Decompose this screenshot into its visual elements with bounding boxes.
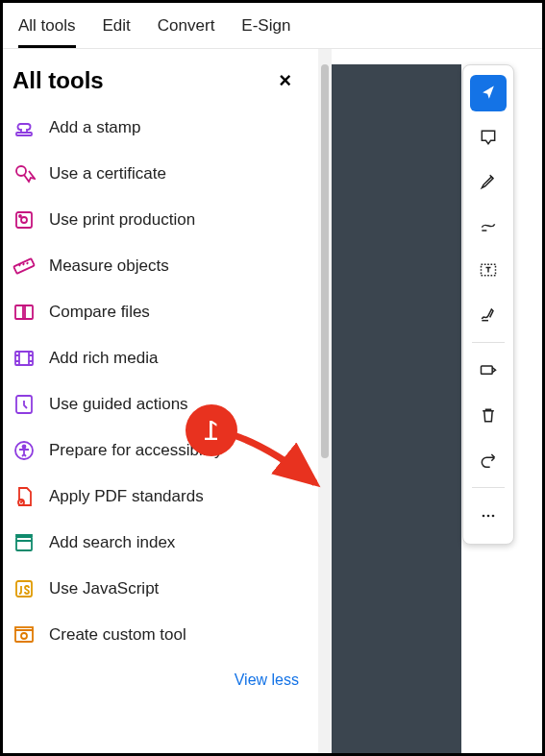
pdf-standards-icon (12, 485, 36, 508)
svg-point-21 (487, 515, 490, 518)
add-text-tool-button[interactable] (470, 252, 507, 288)
undo-tool-button[interactable] (470, 441, 507, 477)
panel-title: All tools (12, 67, 104, 94)
tool-use-certificate[interactable]: Use a certificate (12, 162, 299, 185)
svg-rect-14 (16, 581, 32, 597)
tab-convert[interactable]: Convert (158, 16, 215, 48)
draw-tool-button[interactable] (470, 207, 507, 244)
annotation-step-badge: 1 (186, 404, 237, 456)
accessibility-icon (12, 439, 36, 462)
svg-rect-5 (13, 258, 35, 274)
svg-rect-16 (15, 627, 33, 630)
floating-toolbar (462, 64, 514, 545)
toolbar-separator (472, 342, 505, 343)
tool-label: Use print production (49, 210, 195, 230)
certificate-icon (12, 162, 36, 185)
tool-label: Add a stamp (49, 118, 140, 137)
comment-tool-button[interactable] (470, 119, 507, 156)
svg-point-11 (23, 446, 26, 449)
tool-label: Use JavaScript (49, 579, 159, 598)
svg-rect-13 (16, 537, 32, 550)
svg-point-20 (483, 515, 485, 518)
tool-label: Create custom tool (49, 625, 186, 645)
more-tools-button[interactable] (470, 498, 507, 534)
print-production-icon (12, 208, 36, 232)
eraser-tool-button[interactable] (470, 353, 507, 389)
tool-pdf-standards[interactable]: Apply PDF standards (12, 485, 299, 508)
document-page[interactable] (332, 64, 461, 753)
select-tool-button[interactable] (470, 75, 507, 111)
tool-label: Measure objects (49, 256, 169, 276)
tab-all-tools[interactable]: All tools (18, 16, 76, 48)
tool-label: Use a certificate (49, 164, 166, 183)
scrollbar-thumb[interactable] (321, 64, 329, 458)
tool-label: Add rich media (49, 349, 158, 368)
tab-edit[interactable]: Edit (103, 16, 131, 48)
toolbar-separator (472, 487, 505, 488)
svg-point-17 (21, 633, 27, 639)
tool-label: Add search index (49, 533, 175, 552)
search-index-icon (12, 531, 36, 554)
tab-esign[interactable]: E-Sign (241, 16, 290, 48)
tool-measure-objects[interactable]: Measure objects (12, 255, 299, 278)
panel-scrollbar[interactable] (318, 49, 332, 753)
svg-point-3 (21, 217, 27, 223)
tool-add-search-index[interactable]: Add search index (12, 531, 299, 554)
ruler-icon (12, 255, 36, 278)
svg-rect-8 (15, 352, 33, 365)
tool-add-stamp[interactable]: Add a stamp (12, 116, 299, 139)
svg-point-22 (492, 515, 495, 518)
tool-label: Apply PDF standards (49, 487, 204, 506)
tool-create-custom[interactable]: Create custom tool (12, 623, 299, 646)
custom-tool-icon (12, 623, 36, 646)
tool-label: Compare files (49, 303, 150, 322)
tool-use-javascript[interactable]: Use JavaScript (12, 577, 299, 600)
view-less-link[interactable]: View less (12, 671, 299, 689)
javascript-icon (12, 577, 36, 600)
tool-prepare-accessibility[interactable]: Prepare for accessibility (12, 439, 299, 462)
compare-icon (12, 301, 36, 324)
svg-rect-2 (16, 212, 32, 228)
svg-point-4 (19, 215, 21, 217)
guided-actions-icon (12, 393, 36, 416)
film-icon (12, 347, 36, 370)
svg-rect-19 (482, 366, 493, 374)
tool-compare-files[interactable]: Compare files (12, 301, 299, 324)
highlight-tool-button[interactable] (470, 163, 507, 200)
svg-point-1 (16, 166, 26, 176)
stamp-icon (12, 116, 36, 139)
tool-guided-actions[interactable]: Use guided actions (12, 393, 299, 416)
tool-label: Use guided actions (49, 395, 188, 414)
delete-tool-button[interactable] (470, 397, 507, 433)
sign-tool-button[interactable] (470, 296, 507, 332)
tab-bar: All tools Edit Convert E-Sign (3, 3, 542, 49)
document-area (332, 49, 542, 753)
all-tools-panel: All tools × Add a stamp Use a certificat… (3, 49, 318, 753)
panel-close-button[interactable]: × (271, 66, 299, 95)
svg-rect-0 (16, 133, 32, 135)
tool-add-rich-media[interactable]: Add rich media (12, 347, 299, 370)
svg-rect-15 (15, 630, 33, 642)
tool-print-production[interactable]: Use print production (12, 208, 299, 232)
